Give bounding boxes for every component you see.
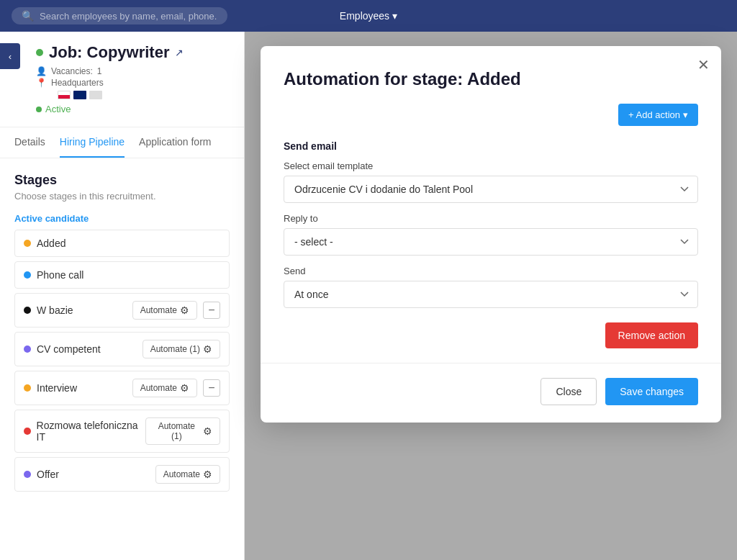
job-title: Job: Copywriter	[49, 43, 169, 62]
location-label: Headquarters	[51, 78, 104, 88]
reply-to-label: Reply to	[284, 213, 698, 224]
reply-to-field: Reply to - select - Option 1 Option 2	[284, 213, 698, 256]
stage-color	[24, 271, 31, 279]
stage-row: Added	[14, 230, 230, 257]
status-dot	[36, 107, 42, 112]
stage-label: Rozmowa telefoniczna IT	[37, 420, 145, 443]
send-label: Send	[284, 266, 698, 276]
stage-right: Automate ⚙ −	[132, 379, 220, 397]
stage-label: Interview	[37, 382, 77, 394]
flag-icons	[58, 91, 230, 99]
vacancies-label: Vacancies:	[51, 66, 93, 76]
automate-button[interactable]: Automate ⚙	[155, 465, 220, 484]
modal-add-row: + Add action ▾	[284, 104, 698, 126]
stage-row: W bazie Automate ⚙ −	[14, 293, 230, 328]
email-template-select[interactable]: Odrzucenie CV i dodanie do Talent Pool T…	[284, 176, 698, 203]
main-content: ‹ Job: Copywriter ↗ 👤 Vacancies: 1 📍 Hea…	[0, 32, 737, 560]
remove-stage-button[interactable]: −	[203, 379, 220, 397]
stage-color	[24, 471, 31, 478]
stage-row: Phone call	[14, 261, 230, 289]
stage-left: Rozmowa telefoniczna IT	[24, 420, 145, 443]
stage-right: Automate (1) ⚙	[145, 417, 220, 445]
stage-label: Offer	[37, 469, 59, 480]
left-panel: ‹ Job: Copywriter ↗ 👤 Vacancies: 1 📍 Hea…	[0, 32, 245, 560]
back-button[interactable]: ‹	[0, 43, 20, 69]
user-icon: 👤	[36, 66, 47, 76]
send-field: Send At once After 1 day After 2 days	[284, 266, 698, 308]
status-badge: Active	[36, 104, 71, 114]
stage-left: Offer	[24, 469, 59, 480]
automation-modal: ✕ Automation for stage: Added + Add acti…	[261, 46, 721, 423]
stages-section: Stages Choose stages in this recruitment…	[0, 158, 244, 510]
automate-button[interactable]: Automate (1) ⚙	[145, 417, 220, 445]
external-link[interactable]: ↗	[175, 47, 184, 58]
nav-employees[interactable]: Employees ▾	[340, 10, 397, 22]
stage-left: CV competent	[24, 343, 101, 355]
modal-close-button[interactable]: ✕	[697, 58, 710, 72]
tab-details[interactable]: Details	[14, 127, 45, 158]
stage-row: Interview Automate ⚙ −	[14, 371, 230, 405]
vacancies-count: 1	[97, 66, 102, 76]
send-select[interactable]: At once After 1 day After 2 days	[284, 281, 698, 308]
stage-label: Added	[37, 238, 65, 249]
flag-en	[73, 91, 86, 99]
stage-row: CV competent Automate (1) ⚙	[14, 332, 230, 366]
stage-right: Automate ⚙ −	[132, 301, 220, 320]
status-label: Active	[45, 104, 71, 114]
remove-action-button[interactable]: Remove action	[605, 322, 698, 348]
stage-left: Added	[24, 238, 65, 249]
modal-title: Automation for stage: Added	[284, 69, 698, 89]
send-email-title: Send email	[284, 140, 698, 152]
add-action-button[interactable]: + Add action ▾	[618, 104, 698, 126]
tabs-row: Details Hiring Pipeline Application form	[0, 127, 244, 158]
search-bar[interactable]: 🔍	[12, 7, 227, 24]
automate-button[interactable]: Automate (1) ⚙	[143, 340, 220, 358]
automate-button[interactable]: Automate ⚙	[132, 379, 197, 397]
stage-left: Interview	[24, 382, 77, 394]
tab-hiring-pipeline[interactable]: Hiring Pipeline	[60, 127, 125, 158]
stage-label: CV competent	[37, 343, 101, 355]
stage-row: Rozmowa telefoniczna IT Automate (1) ⚙	[14, 410, 230, 453]
active-candidate-label: Active candidate	[14, 213, 230, 224]
modal-divider	[261, 363, 721, 363]
send-email-section: Send email Select email template Odrzuce…	[284, 140, 698, 308]
search-icon: 🔍	[22, 10, 34, 22]
add-action-chevron: ▾	[683, 109, 688, 120]
reply-to-select[interactable]: - select - Option 1 Option 2	[284, 228, 698, 256]
modal-overlay: ✕ Automation for stage: Added + Add acti…	[245, 32, 737, 560]
location-icon: 📍	[36, 78, 47, 88]
automate-button[interactable]: Automate ⚙	[132, 301, 197, 320]
stage-left: Phone call	[24, 269, 83, 281]
stage-color	[24, 307, 31, 314]
stage-color	[24, 428, 31, 435]
right-panel: ✕ Automation for stage: Added + Add acti…	[245, 32, 737, 560]
search-input[interactable]	[40, 11, 217, 22]
job-header: Job: Copywriter ↗ 👤 Vacancies: 1 📍 Headq…	[0, 32, 244, 127]
modal-action-row: Remove action	[284, 322, 698, 348]
stage-color	[24, 346, 31, 353]
tab-application-form[interactable]: Application form	[139, 127, 211, 158]
stage-label: Phone call	[37, 269, 83, 281]
stage-color	[24, 240, 31, 247]
employees-chevron: ▾	[392, 10, 397, 22]
remove-stage-button[interactable]: −	[203, 302, 220, 319]
stage-right: Automate (1) ⚙	[143, 340, 220, 358]
stage-right: Automate ⚙	[155, 465, 220, 484]
modal-footer: Close Save changes	[284, 378, 698, 405]
stage-label: W bazie	[37, 304, 73, 316]
employees-label: Employees	[340, 10, 389, 22]
stage-left: W bazie	[24, 304, 73, 316]
flag-other	[89, 91, 102, 99]
flag-pl	[58, 91, 71, 99]
close-button[interactable]: Close	[541, 378, 597, 405]
stages-sub: Choose stages in this recruitment.	[14, 191, 230, 202]
top-nav: 🔍 Employees ▾	[0, 0, 737, 32]
add-action-label: + Add action	[628, 109, 680, 120]
stages-title: Stages	[14, 173, 230, 188]
email-template-field: Select email template Odrzucenie CV i do…	[284, 161, 698, 203]
job-meta: 👤 Vacancies: 1 📍 Headquarters Active	[36, 66, 230, 115]
email-template-label: Select email template	[284, 161, 698, 171]
job-status-dot	[36, 49, 43, 56]
stage-row: Offer Automate ⚙	[14, 457, 230, 492]
save-changes-button[interactable]: Save changes	[605, 378, 698, 405]
